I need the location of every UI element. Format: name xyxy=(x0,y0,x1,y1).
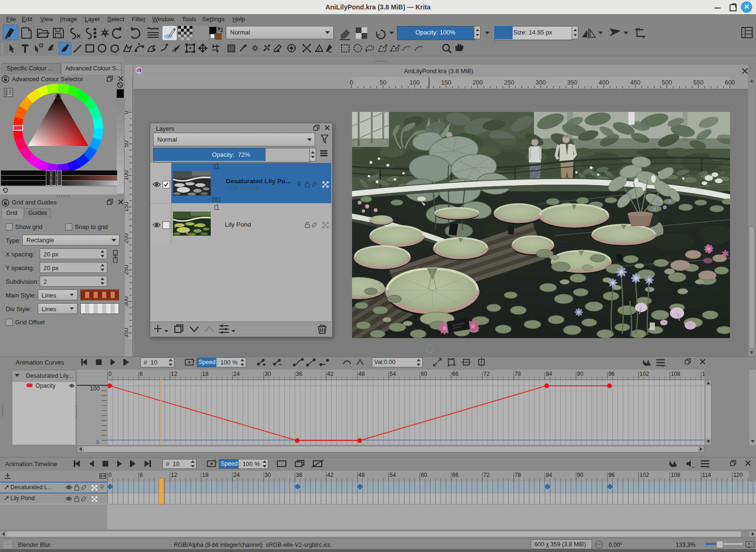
svg-text:500: 500 xyxy=(662,79,672,86)
svg-text:30: 30 xyxy=(265,371,271,377)
svg-text:90: 90 xyxy=(577,371,584,377)
svg-text:114: 114 xyxy=(702,371,704,377)
svg-text:54: 54 xyxy=(390,371,396,377)
svg-text:50: 50 xyxy=(379,79,386,86)
svg-text:96: 96 xyxy=(608,371,615,377)
svg-text:72: 72 xyxy=(483,371,490,377)
svg-text:200: 200 xyxy=(472,79,483,86)
svg-text:66: 66 xyxy=(452,371,459,377)
svg-text:108: 108 xyxy=(671,371,680,377)
svg-text:6: 6 xyxy=(140,371,143,377)
svg-text:84: 84 xyxy=(546,371,552,377)
svg-text:36: 36 xyxy=(296,371,302,377)
svg-text:12: 12 xyxy=(171,371,178,377)
svg-text:48: 48 xyxy=(358,371,365,377)
svg-text:0: 0 xyxy=(350,79,353,86)
svg-text:450: 450 xyxy=(630,79,641,86)
svg-text:150: 150 xyxy=(441,79,451,86)
svg-text:42: 42 xyxy=(327,371,334,377)
svg-text:24: 24 xyxy=(233,371,240,377)
svg-text:300: 300 xyxy=(536,79,546,86)
svg-text:250: 250 xyxy=(504,79,515,86)
svg-text:350: 350 xyxy=(567,79,577,86)
svg-text:400: 400 xyxy=(599,79,609,86)
svg-text:0: 0 xyxy=(109,371,112,377)
svg-text:18: 18 xyxy=(202,371,209,377)
svg-text:100: 100 xyxy=(410,79,420,86)
svg-text:550: 550 xyxy=(693,79,704,86)
svg-text:600: 600 xyxy=(725,79,735,86)
svg-text:78: 78 xyxy=(515,371,521,377)
svg-text:102: 102 xyxy=(640,371,649,377)
svg-text:60: 60 xyxy=(421,371,428,377)
